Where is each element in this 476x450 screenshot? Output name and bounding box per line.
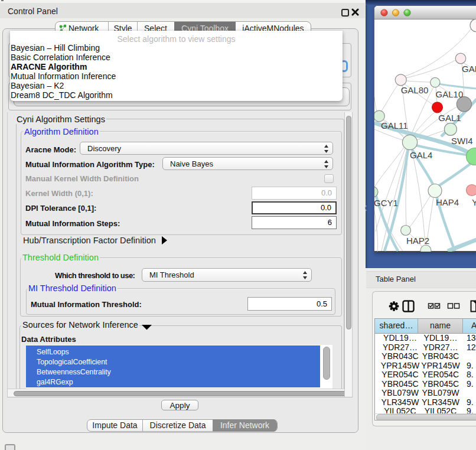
svg-text:GAL7: GAL7	[462, 64, 476, 74]
svg-text:GAL1: GAL1	[438, 113, 461, 123]
svg-text:GAL4: GAL4	[410, 150, 432, 160]
svg-text:GAL11: GAL11	[381, 120, 408, 131]
svg-text:GAL10: GAL10	[436, 89, 464, 99]
svg-text:HAP2: HAP2	[406, 236, 429, 246]
svg-text:SWI4: SWI4	[451, 136, 473, 146]
svg-text:GCY1: GCY1	[374, 198, 398, 208]
svg-text:Y: Y	[472, 197, 476, 207]
svg-text:HAP4: HAP4	[436, 197, 459, 207]
svg-text:GAL80: GAL80	[401, 85, 429, 95]
